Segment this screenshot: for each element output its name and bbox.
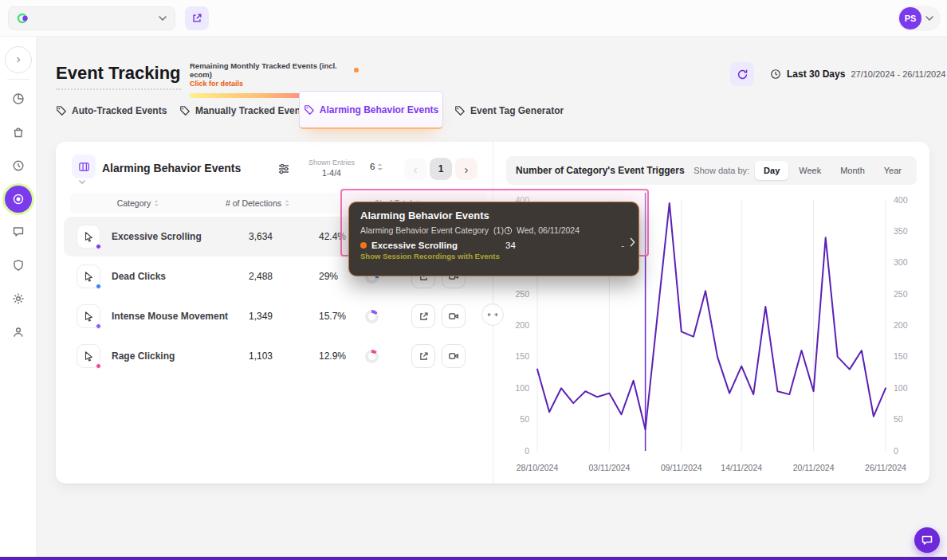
sidebar-item-feedback[interactable] — [5, 218, 32, 245]
external-link-icon — [418, 351, 429, 362]
sidebar-item-store[interactable] — [5, 119, 32, 146]
pie-chart-icon — [12, 92, 25, 105]
sidebar-item-event-tracking[interactable] — [5, 186, 32, 213]
video-camera-icon — [448, 350, 459, 362]
column-label: # of Detections — [226, 198, 281, 208]
gear-icon — [12, 292, 25, 305]
tab-alarming-behavior-events[interactable]: Alarming Behavior Events — [299, 91, 443, 129]
svg-text:09/11/2024: 09/11/2024 — [661, 463, 702, 472]
tab-label: Alarming Behavior Events — [320, 104, 438, 116]
svg-text:150: 150 — [894, 351, 908, 361]
person-icon — [12, 326, 25, 339]
chevron-down-icon[interactable] — [79, 180, 85, 184]
tooltip-value: 34 — [505, 241, 553, 250]
sidebar-item-guard[interactable] — [5, 252, 32, 279]
tag-icon — [304, 104, 315, 116]
cursor-icon — [83, 350, 94, 362]
svg-text:350: 350 — [894, 226, 908, 236]
open-events-button[interactable] — [411, 344, 435, 368]
category-dot — [96, 363, 101, 369]
category-name: Rage Clicking — [112, 350, 239, 362]
percent-donut — [365, 310, 379, 323]
filter-button[interactable] — [275, 160, 293, 178]
chat-bubble-icon — [12, 225, 25, 238]
tab-manually-tracked-events[interactable]: Manually Tracked Events — [179, 105, 309, 116]
svg-text:14/11/2024: 14/11/2024 — [721, 463, 762, 472]
granularity-switcher: Show data by: Day Week Month Year — [687, 156, 917, 185]
svg-text:50: 50 — [894, 414, 903, 424]
column-header-detections[interactable]: # of Detections — [206, 198, 309, 208]
recordings-button[interactable] — [442, 344, 466, 368]
target-icon — [12, 193, 25, 206]
open-events-button[interactable] — [411, 304, 435, 328]
granularity-day[interactable]: Day — [755, 161, 788, 180]
sort-arrows-icon — [154, 199, 159, 207]
granularity-month[interactable]: Month — [831, 161, 874, 180]
column-header-category[interactable]: Category — [70, 198, 206, 208]
tag-icon — [56, 105, 67, 116]
shopping-bag-icon — [12, 126, 25, 139]
percent-value: 12.9% — [311, 350, 356, 362]
quota-details-link[interactable]: Click for details — [190, 80, 359, 88]
date-range-value: 27/10/2024 - 26/11/2024 — [851, 69, 945, 79]
chart-panel: Number of Category's Event Triggers Show… — [493, 142, 929, 484]
granularity-week[interactable]: Week — [790, 161, 830, 180]
category-dot — [96, 323, 101, 329]
table-row[interactable]: Rage Clicking 1,103 12.9% — [64, 336, 488, 376]
recordings-button[interactable] — [442, 304, 466, 328]
show-recordings-link[interactable]: Show Session Recordings with Events — [360, 252, 627, 260]
tab-label: Event Tag Generator — [470, 105, 564, 116]
pagination-current-page[interactable]: 1 — [430, 158, 452, 180]
sliders-icon — [277, 163, 290, 175]
category-dot — [96, 284, 101, 289]
shown-entries-value: 1-4/4 — [301, 168, 362, 178]
user-menu[interactable]: PS — [898, 6, 941, 31]
svg-text:100: 100 — [515, 383, 529, 393]
detections-value: 1,103 — [239, 350, 311, 362]
chat-fab-button[interactable] — [914, 527, 940, 553]
sidebar-divider — [7, 79, 29, 80]
chart-tooltip: Alarming Behavior Events Alarming Behavi… — [348, 202, 639, 276]
cursor-icon — [83, 311, 94, 322]
sidebar-item-support[interactable] — [5, 319, 32, 346]
open-external-button[interactable] — [185, 6, 209, 30]
refresh-button[interactable] — [730, 62, 754, 86]
category-icon-box — [77, 344, 100, 368]
sidebar-item-history[interactable] — [5, 152, 32, 179]
sidebar-item-settings[interactable] — [5, 285, 32, 312]
svg-text:300: 300 — [894, 257, 908, 267]
topbar: PS — [0, 0, 947, 37]
tag-icon — [179, 105, 191, 116]
table-row[interactable]: Intense Mouse Movement 1,349 15.7% — [64, 296, 488, 336]
tab-label: Auto-Tracked Events — [72, 105, 167, 116]
category-dot — [96, 244, 101, 249]
percent-donut — [365, 350, 379, 363]
detections-value: 2,488 — [239, 271, 311, 282]
info-dot-icon — [354, 68, 359, 72]
svg-text:0: 0 — [525, 446, 529, 456]
granularity-year[interactable]: Year — [875, 161, 910, 180]
svg-text:250: 250 — [515, 289, 529, 299]
category-icon-box — [77, 264, 100, 288]
tab-event-tag-generator[interactable]: Event Tag Generator — [454, 105, 564, 116]
tab-label: Manually Tracked Events — [195, 105, 309, 116]
panel-resize-handle[interactable] — [481, 303, 504, 326]
chat-bubble-icon — [921, 534, 933, 546]
account-selector[interactable] — [8, 6, 175, 30]
brand-logo-icon — [17, 12, 29, 25]
page-size-selector[interactable]: 6 — [370, 162, 383, 171]
table-view-button[interactable] — [72, 155, 96, 178]
table-title: Alarming Behavior Events — [102, 162, 241, 174]
tooltip-expand-chevron[interactable] — [630, 237, 635, 247]
svg-text:26/11/2024: 26/11/2024 — [865, 463, 906, 472]
sidebar-collapse-button[interactable] — [5, 46, 32, 73]
sidebar-item-dashboard[interactable] — [5, 85, 32, 112]
tab-auto-tracked-events[interactable]: Auto-Tracked Events — [56, 105, 167, 116]
metric-dropdown[interactable]: Number of Category's Event Triggers — [506, 156, 709, 185]
page-size-value: 6 — [370, 162, 375, 171]
tooltip-category-count: (1) — [493, 225, 504, 235]
date-range-picker[interactable]: Last 30 Days 27/10/2024 - 26/11/2024 — [762, 62, 947, 86]
pagination-next-button[interactable]: › — [455, 158, 477, 180]
refresh-icon — [737, 69, 749, 80]
pagination-prev-button[interactable]: ‹ — [404, 158, 426, 180]
